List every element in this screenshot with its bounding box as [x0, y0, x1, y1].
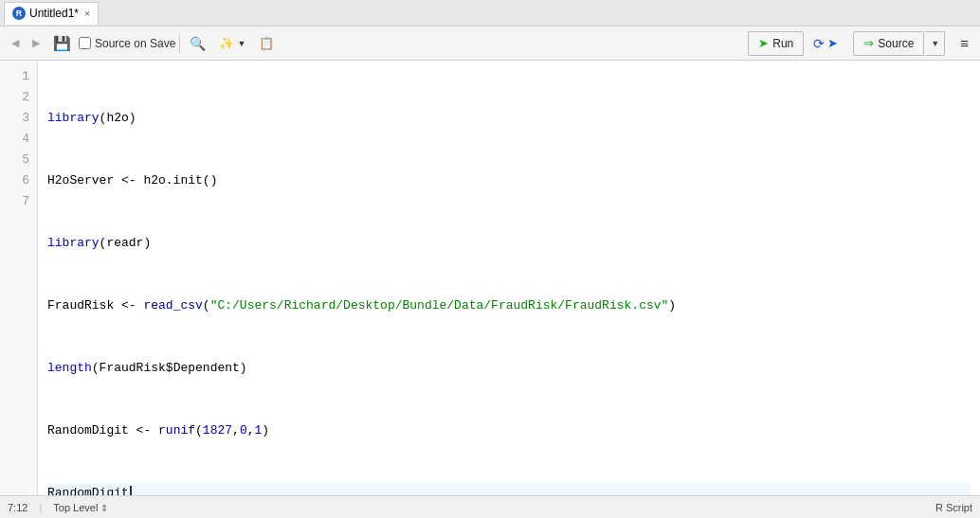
source-button[interactable]: ⇒ Source — [853, 31, 924, 56]
save-button[interactable]: 💾 — [47, 31, 77, 56]
menu-icon: ≡ — [960, 35, 969, 51]
back-icon: ◀ — [11, 37, 19, 49]
tab-bar: R Untitled1* × — [0, 0, 980, 27]
keyword: library — [47, 111, 100, 125]
tab-untitled1[interactable]: R Untitled1* × — [4, 2, 99, 25]
code-line-4: FraudRisk <- read_csv("C:/Users/Richard/… — [47, 295, 971, 316]
cursor-position: 7:12 — [8, 502, 27, 513]
source-arrow-icon: ⇒ — [863, 36, 874, 50]
status-bar: 7:12 | Top Level ⇕ R Script — [0, 495, 980, 518]
wand-icon: ✨ — [219, 36, 234, 50]
scope-indicator: Top Level ⇕ — [53, 502, 108, 513]
tab-close-button[interactable]: × — [84, 8, 90, 19]
status-right: R Script — [935, 502, 972, 513]
editor-container: 1 2 3 4 5 6 7 library(h2o) H2oServer <- … — [0, 61, 980, 495]
source-dropdown-button[interactable]: ▼ — [926, 31, 945, 56]
source-label: Source — [878, 37, 914, 50]
line-number: 4 — [9, 129, 29, 150]
source-on-save-checkbox[interactable] — [79, 37, 91, 49]
status-separator: | — [39, 502, 42, 513]
paste-button[interactable]: 📋 — [253, 31, 280, 56]
code-line-7: RandomDigit — [47, 483, 971, 495]
line-number: 1 — [9, 66, 29, 87]
re-run-arrow-icon: ➤ — [827, 36, 838, 50]
code-line-6: RandomDigit <- runif(1827,0,1) — [47, 420, 971, 441]
wand-dropdown-icon: ▼ — [237, 39, 245, 48]
tab-title: Untitled1* — [29, 7, 79, 20]
scope-label: Top Level — [53, 502, 98, 513]
wand-button[interactable]: ✨ ▼ — [213, 31, 251, 56]
line-number: 6 — [9, 170, 29, 191]
toolbar-right: ➤ Run ⟳ ➤ ⇒ Source ▼ ≡ — [748, 31, 974, 56]
re-run-button[interactable]: ⟳ ➤ — [808, 31, 844, 56]
line-number: 7 — [9, 191, 29, 212]
menu-button[interactable]: ≡ — [954, 31, 974, 56]
back-button[interactable]: ◀ — [6, 31, 25, 56]
keyword: library — [47, 236, 100, 250]
code-line-3: library(readr) — [47, 233, 971, 254]
code-line-1: library(h2o) — [47, 108, 971, 129]
forward-icon: ▶ — [32, 37, 40, 49]
code-editor[interactable]: library(h2o) H2oServer <- h2o.init() lib… — [38, 61, 980, 495]
paste-icon: 📋 — [259, 36, 274, 50]
run-label: Run — [772, 37, 793, 50]
toolbar: ◀ ▶ 💾 Source on Save 🔍 ✨ ▼ 📋 ➤ Run ⟳ ➤ ⇒… — [0, 27, 980, 61]
status-left: 7:12 | Top Level ⇕ — [8, 502, 108, 513]
search-icon: 🔍 — [190, 36, 206, 51]
separator-1 — [179, 34, 180, 53]
save-icon: 💾 — [53, 35, 71, 52]
line-number: 3 — [9, 108, 29, 129]
line-number: 2 — [9, 87, 29, 108]
code-line-5: length(FraudRisk$Dependent) — [47, 358, 971, 379]
source-on-save-label: Source on Save — [95, 37, 175, 50]
source-on-save-area: Source on Save — [79, 37, 175, 50]
search-button[interactable]: 🔍 — [184, 31, 211, 56]
forward-button[interactable]: ▶ — [27, 31, 45, 56]
code-line-2: H2oServer <- h2o.init() — [47, 170, 971, 191]
r-icon: R — [12, 7, 26, 20]
re-run-icon: ⟳ — [813, 36, 825, 51]
file-type: R Script — [935, 502, 972, 513]
line-number: 5 — [9, 150, 29, 170]
run-arrow-icon: ➤ — [758, 36, 769, 50]
source-dropdown-arrow-icon: ▼ — [931, 39, 939, 48]
scope-arrows[interactable]: ⇕ — [100, 503, 108, 513]
line-numbers: 1 2 3 4 5 6 7 — [0, 61, 38, 495]
run-button[interactable]: ➤ Run — [748, 31, 804, 56]
